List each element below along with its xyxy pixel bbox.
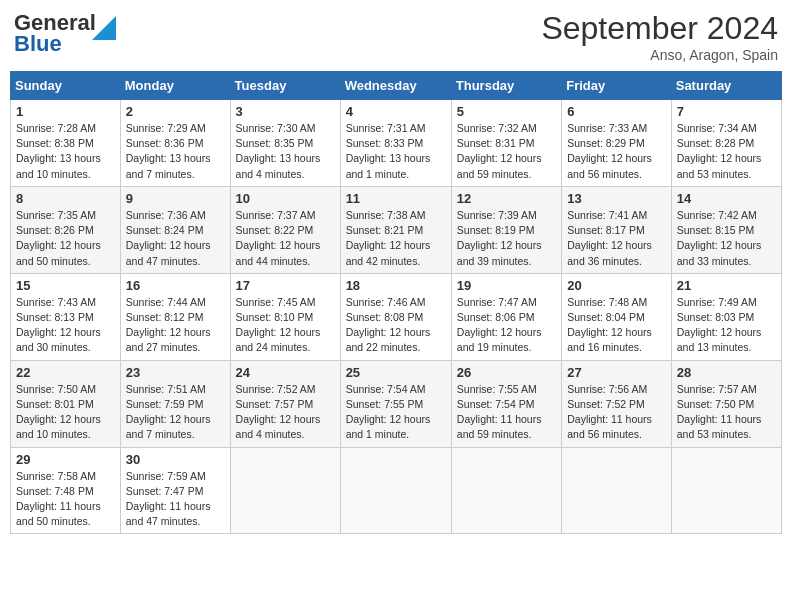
- day-detail-line: and 4 minutes.: [236, 427, 335, 442]
- day-detail-line: Sunrise: 7:44 AM: [126, 295, 225, 310]
- day-detail-line: Sunrise: 7:43 AM: [16, 295, 115, 310]
- calendar-day-cell: 28Sunrise: 7:57 AMSunset: 7:50 PMDayligh…: [671, 360, 781, 447]
- day-detail-line: Daylight: 12 hours: [677, 238, 776, 253]
- day-detail-line: Sunset: 8:04 PM: [567, 310, 666, 325]
- calendar-day-cell: [340, 447, 451, 534]
- day-detail-line: and 59 minutes.: [457, 427, 556, 442]
- day-number: 4: [346, 104, 446, 119]
- day-detail-line: and 36 minutes.: [567, 254, 666, 269]
- day-detail-line: Sunrise: 7:52 AM: [236, 382, 335, 397]
- day-detail-line: Sunset: 8:06 PM: [457, 310, 556, 325]
- day-number: 18: [346, 278, 446, 293]
- day-detail-line: Sunset: 8:08 PM: [346, 310, 446, 325]
- weekday-header-wednesday: Wednesday: [340, 72, 451, 100]
- day-detail-line: Sunset: 7:59 PM: [126, 397, 225, 412]
- calendar-day-cell: 17Sunrise: 7:45 AMSunset: 8:10 PMDayligh…: [230, 273, 340, 360]
- day-detail-line: Daylight: 12 hours: [567, 325, 666, 340]
- day-detail-line: Daylight: 12 hours: [677, 325, 776, 340]
- location-subtitle: Anso, Aragon, Spain: [541, 47, 778, 63]
- day-detail-line: Sunrise: 7:35 AM: [16, 208, 115, 223]
- day-detail-line: and 13 minutes.: [677, 340, 776, 355]
- day-detail-line: and 1 minute.: [346, 427, 446, 442]
- day-number: 2: [126, 104, 225, 119]
- day-number: 28: [677, 365, 776, 380]
- day-detail-line: Daylight: 12 hours: [126, 412, 225, 427]
- calendar-week-row: 22Sunrise: 7:50 AMSunset: 8:01 PMDayligh…: [11, 360, 782, 447]
- day-detail: Sunrise: 7:52 AMSunset: 7:57 PMDaylight:…: [236, 382, 335, 443]
- day-detail-line: Sunset: 7:57 PM: [236, 397, 335, 412]
- day-detail-line: Daylight: 13 hours: [126, 151, 225, 166]
- day-detail-line: Daylight: 12 hours: [346, 325, 446, 340]
- day-detail-line: Daylight: 11 hours: [457, 412, 556, 427]
- day-detail-line: and 53 minutes.: [677, 427, 776, 442]
- calendar-day-cell: 7Sunrise: 7:34 AMSunset: 8:28 PMDaylight…: [671, 100, 781, 187]
- day-detail-line: Sunrise: 7:48 AM: [567, 295, 666, 310]
- day-detail-line: Sunset: 8:29 PM: [567, 136, 666, 151]
- day-detail-line: Daylight: 13 hours: [16, 151, 115, 166]
- weekday-header-monday: Monday: [120, 72, 230, 100]
- logo-block: General Blue: [14, 10, 116, 57]
- month-title: September 2024: [541, 10, 778, 47]
- day-detail-line: Daylight: 12 hours: [677, 151, 776, 166]
- day-number: 1: [16, 104, 115, 119]
- day-detail-line: Sunset: 7:47 PM: [126, 484, 225, 499]
- day-detail-line: Sunset: 8:36 PM: [126, 136, 225, 151]
- calendar-week-row: 15Sunrise: 7:43 AMSunset: 8:13 PMDayligh…: [11, 273, 782, 360]
- day-number: 17: [236, 278, 335, 293]
- day-detail-line: Sunrise: 7:31 AM: [346, 121, 446, 136]
- day-detail-line: Sunset: 8:13 PM: [16, 310, 115, 325]
- calendar-day-cell: [671, 447, 781, 534]
- day-detail-line: Sunset: 8:28 PM: [677, 136, 776, 151]
- day-detail: Sunrise: 7:35 AMSunset: 8:26 PMDaylight:…: [16, 208, 115, 269]
- day-number: 12: [457, 191, 556, 206]
- day-number: 15: [16, 278, 115, 293]
- day-detail-line: and 56 minutes.: [567, 427, 666, 442]
- calendar-day-cell: 29Sunrise: 7:58 AMSunset: 7:48 PMDayligh…: [11, 447, 121, 534]
- calendar-day-cell: 26Sunrise: 7:55 AMSunset: 7:54 PMDayligh…: [451, 360, 561, 447]
- day-detail-line: and 24 minutes.: [236, 340, 335, 355]
- day-detail-line: Sunrise: 7:58 AM: [16, 469, 115, 484]
- page-header: General Blue September 2024 Anso, Aragon…: [10, 10, 782, 63]
- day-detail: Sunrise: 7:55 AMSunset: 7:54 PMDaylight:…: [457, 382, 556, 443]
- day-detail-line: and 50 minutes.: [16, 514, 115, 529]
- day-detail-line: Sunrise: 7:49 AM: [677, 295, 776, 310]
- day-number: 16: [126, 278, 225, 293]
- calendar-title-block: September 2024 Anso, Aragon, Spain: [541, 10, 778, 63]
- day-detail-line: Daylight: 12 hours: [16, 325, 115, 340]
- day-detail-line: Sunrise: 7:54 AM: [346, 382, 446, 397]
- day-number: 20: [567, 278, 666, 293]
- day-detail: Sunrise: 7:57 AMSunset: 7:50 PMDaylight:…: [677, 382, 776, 443]
- calendar-day-cell: 13Sunrise: 7:41 AMSunset: 8:17 PMDayligh…: [562, 186, 672, 273]
- calendar-day-cell: 3Sunrise: 7:30 AMSunset: 8:35 PMDaylight…: [230, 100, 340, 187]
- day-detail: Sunrise: 7:39 AMSunset: 8:19 PMDaylight:…: [457, 208, 556, 269]
- day-detail: Sunrise: 7:33 AMSunset: 8:29 PMDaylight:…: [567, 121, 666, 182]
- day-detail: Sunrise: 7:58 AMSunset: 7:48 PMDaylight:…: [16, 469, 115, 530]
- day-detail-line: Sunrise: 7:36 AM: [126, 208, 225, 223]
- day-detail-line: and 30 minutes.: [16, 340, 115, 355]
- weekday-header-friday: Friday: [562, 72, 672, 100]
- calendar-week-row: 8Sunrise: 7:35 AMSunset: 8:26 PMDaylight…: [11, 186, 782, 273]
- day-detail-line: and 44 minutes.: [236, 254, 335, 269]
- day-detail: Sunrise: 7:30 AMSunset: 8:35 PMDaylight:…: [236, 121, 335, 182]
- day-detail-line: Daylight: 12 hours: [457, 238, 556, 253]
- day-number: 19: [457, 278, 556, 293]
- day-detail-line: Daylight: 12 hours: [567, 238, 666, 253]
- day-detail-line: Sunset: 8:17 PM: [567, 223, 666, 238]
- day-detail-line: and 50 minutes.: [16, 254, 115, 269]
- day-detail-line: Daylight: 12 hours: [457, 151, 556, 166]
- calendar-day-cell: 10Sunrise: 7:37 AMSunset: 8:22 PMDayligh…: [230, 186, 340, 273]
- calendar-day-cell: 12Sunrise: 7:39 AMSunset: 8:19 PMDayligh…: [451, 186, 561, 273]
- day-detail-line: Sunrise: 7:47 AM: [457, 295, 556, 310]
- day-detail-line: and 1 minute.: [346, 167, 446, 182]
- day-detail-line: Sunset: 8:35 PM: [236, 136, 335, 151]
- day-number: 22: [16, 365, 115, 380]
- day-detail-line: and 53 minutes.: [677, 167, 776, 182]
- day-detail-line: Daylight: 12 hours: [16, 412, 115, 427]
- day-detail-line: Sunrise: 7:29 AM: [126, 121, 225, 136]
- calendar-day-cell: 19Sunrise: 7:47 AMSunset: 8:06 PMDayligh…: [451, 273, 561, 360]
- day-detail-line: Sunset: 8:26 PM: [16, 223, 115, 238]
- day-detail-line: Daylight: 11 hours: [677, 412, 776, 427]
- day-detail-line: Sunrise: 7:34 AM: [677, 121, 776, 136]
- day-detail: Sunrise: 7:32 AMSunset: 8:31 PMDaylight:…: [457, 121, 556, 182]
- weekday-header-thursday: Thursday: [451, 72, 561, 100]
